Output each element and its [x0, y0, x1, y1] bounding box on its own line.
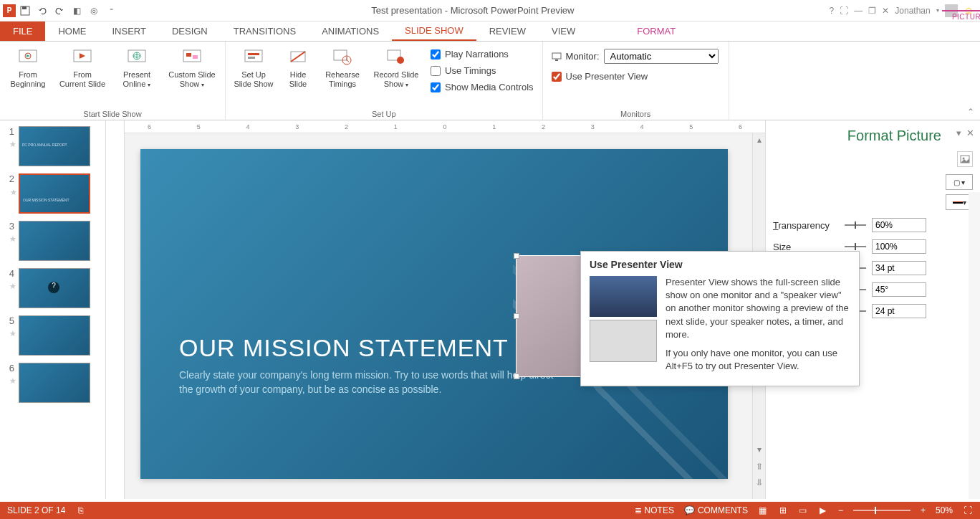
play-narrations-checkbox[interactable]: Play Narrations: [426, 46, 538, 62]
preset-dropdown[interactable]: ▢ ▾: [946, 174, 973, 190]
undo-icon[interactable]: [34, 3, 50, 19]
show-media-controls-checkbox[interactable]: Show Media Controls: [426, 79, 538, 95]
svg-rect-10: [245, 50, 262, 62]
comments-button[interactable]: 💬 COMMENTS: [684, 505, 748, 515]
setup-slideshow-button[interactable]: Set Up Slide Show: [230, 44, 277, 90]
user-dropdown-icon[interactable]: ▾: [936, 7, 939, 14]
angle-input[interactable]: [872, 282, 926, 297]
slide-counter[interactable]: SLIDE 2 OF 14: [7, 505, 65, 515]
svg-rect-12: [248, 57, 255, 59]
tab-view[interactable]: VIEW: [539, 22, 588, 41]
slide-thumbnails[interactable]: 1★PC PRO ANNUAL REPORT 2★OUR MISSION STA…: [0, 120, 106, 499]
svg-rect-1: [22, 6, 27, 9]
maximize-icon[interactable]: ❐: [868, 6, 876, 16]
vertical-ruler: [106, 120, 125, 499]
from-beginning-button[interactable]: From Beginning: [4, 44, 52, 90]
ribbon: From Beginning From Current Slide Presen…: [0, 42, 980, 120]
body-area: 1★PC PRO ANNUAL REPORT 2★OUR MISSION STA…: [0, 120, 980, 499]
slide-title-text[interactable]: OUR MISSION STATEMENT: [179, 334, 509, 362]
qat-dropdown-icon[interactable]: ⁼: [103, 3, 119, 19]
rehearse-timings-button[interactable]: Rehearse Timings: [319, 44, 366, 90]
thumb-4[interactable]: 4★?: [4, 268, 101, 308]
save-icon[interactable]: [17, 3, 33, 19]
sidepanel-scrollbar[interactable]: [969, 192, 980, 499]
tab-format[interactable]: FORMAT: [624, 22, 688, 41]
svg-rect-9: [193, 55, 198, 59]
statusbar: SLIDE 2 OF 14 ⎘ ≣ NOTES 💬 COMMENTS ▦ ⊞ ▭…: [0, 502, 980, 519]
monitor-label: Monitor:: [566, 51, 600, 62]
svg-rect-19: [555, 59, 558, 61]
panel-options-icon[interactable]: ▾: [956, 128, 961, 138]
sidepanel-category-icons: [773, 151, 973, 167]
quick-access-toolbar: P ◧ ◎ ⁼: [0, 3, 122, 19]
blur-input[interactable]: [872, 261, 926, 275]
tooltip-text: Presenter View shows the full-screen sli…: [666, 276, 850, 378]
next-slide-icon[interactable]: ⥥: [753, 476, 766, 489]
help-icon[interactable]: ?: [830, 6, 835, 16]
use-presenter-view-checkbox[interactable]: Use Presenter View: [547, 68, 724, 85]
zoom-in-icon[interactable]: +: [921, 505, 926, 515]
tab-insert[interactable]: INSERT: [99, 22, 158, 41]
close-panel-icon[interactable]: ✕: [966, 128, 974, 138]
tooltip-image: [590, 276, 657, 362]
picture-category-icon[interactable]: [957, 151, 973, 167]
user-name[interactable]: Jonathan: [895, 6, 930, 16]
svg-point-17: [397, 57, 404, 64]
thumb-5[interactable]: 5★: [4, 315, 101, 356]
record-slideshow-button[interactable]: Record Slide Show ▾: [369, 44, 423, 90]
use-timings-checkbox[interactable]: Use Timings: [426, 62, 538, 79]
ribbon-group-label: Monitors: [547, 108, 724, 120]
fit-to-window-icon[interactable]: ⛶: [963, 505, 973, 515]
hide-slide-button[interactable]: Hide Slide: [280, 44, 316, 90]
transparency-input[interactable]: [872, 218, 926, 232]
close-icon[interactable]: ✕: [882, 6, 889, 16]
slideshow-view-icon[interactable]: ▶: [818, 505, 828, 515]
svg-rect-14: [334, 50, 347, 60]
spellcheck-icon[interactable]: ⎘: [75, 505, 85, 515]
zoom-level[interactable]: 50%: [936, 505, 953, 515]
ribbon-display-icon[interactable]: ⛶: [840, 6, 848, 16]
collapse-ribbon-icon[interactable]: ⌃: [967, 107, 974, 117]
tab-slideshow[interactable]: SLIDE SHOW: [392, 22, 476, 41]
slide-body-text[interactable]: Clearly state your company's long term m…: [179, 368, 566, 396]
transparency-slider[interactable]: [845, 222, 866, 229]
tab-home[interactable]: HOME: [45, 22, 99, 41]
sorter-view-icon[interactable]: ⊞: [778, 505, 788, 515]
qat-icon[interactable]: ◧: [69, 3, 85, 19]
thumb-1[interactable]: 1★PC PRO ANNUAL REPORT: [4, 126, 101, 166]
minimize-icon[interactable]: —: [854, 6, 863, 16]
thumb-6[interactable]: 6★: [4, 363, 101, 403]
thumb-2[interactable]: 2★OUR MISSION STATEMENT: [4, 173, 101, 214]
tooltip-title: Use Presenter View: [590, 259, 850, 270]
reading-view-icon[interactable]: ▭: [798, 505, 808, 515]
svg-rect-7: [183, 50, 201, 62]
qat-icon[interactable]: ◎: [86, 3, 102, 19]
distance-input[interactable]: [872, 304, 926, 318]
scroll-up-icon[interactable]: ▴: [753, 133, 766, 146]
tab-transitions[interactable]: TRANSITIONS: [221, 22, 309, 41]
zoom-out-icon[interactable]: −: [838, 505, 843, 515]
sidepanel-title: Format PiFormat Picture: [773, 128, 973, 144]
tab-animations[interactable]: ANIMATIONS: [309, 22, 392, 41]
presenter-view-tooltip: Use Presenter View Presenter View shows …: [580, 251, 860, 386]
scroll-down-icon[interactable]: ▾: [753, 443, 766, 456]
tab-review[interactable]: REVIEW: [476, 22, 539, 41]
from-current-slide-button[interactable]: From Current Slide: [54, 44, 110, 90]
svg-rect-8: [186, 53, 191, 57]
custom-slideshow-button[interactable]: Custom Slide Show ▾: [163, 44, 221, 90]
present-online-button[interactable]: Present Online ▾: [113, 44, 160, 90]
contextual-tab-label: PICTURE TOOLS: [942, 10, 980, 22]
titlebar: P ◧ ◎ ⁼ Test presentation - Microsoft Po…: [0, 0, 980, 22]
prev-slide-icon[interactable]: ⥣: [753, 460, 766, 473]
notes-button[interactable]: ≣ NOTES: [635, 505, 674, 515]
tab-design[interactable]: DESIGN: [159, 22, 221, 41]
size-slider[interactable]: [845, 243, 866, 250]
thumb-3[interactable]: 3★: [4, 221, 101, 261]
redo-icon[interactable]: [52, 3, 67, 19]
normal-view-icon[interactable]: ▦: [758, 505, 768, 515]
tab-file[interactable]: FILE: [0, 22, 45, 41]
svg-rect-11: [248, 53, 259, 55]
size-input[interactable]: [872, 239, 926, 254]
monitor-select[interactable]: Automatic: [604, 49, 719, 64]
zoom-slider[interactable]: [853, 510, 911, 511]
